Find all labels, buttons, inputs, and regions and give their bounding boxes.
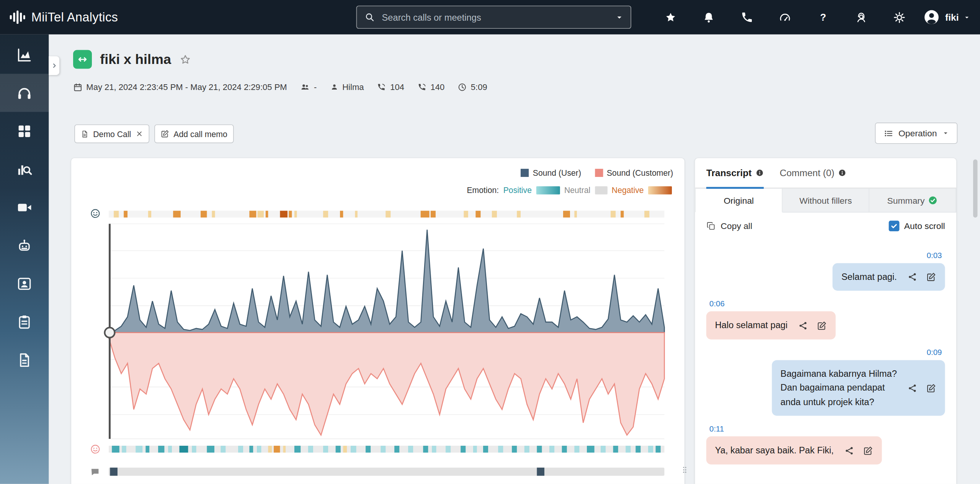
operation-dropdown-button[interactable]: Operation — [875, 123, 957, 144]
support-button[interactable] — [842, 0, 880, 34]
emotion-segment — [280, 211, 287, 217]
page-scrollbar[interactable] — [973, 159, 977, 217]
share-message-button[interactable] — [798, 320, 808, 330]
emotion-segment — [148, 211, 151, 217]
share-message-button[interactable] — [908, 272, 918, 282]
call-duration: 5:09 — [471, 82, 487, 92]
notifications-button[interactable] — [689, 0, 728, 34]
emotion-segment — [289, 211, 292, 217]
sidebar-item-meetings[interactable] — [0, 188, 49, 226]
sidebar-item-contacts[interactable] — [0, 265, 49, 303]
message-bubble[interactable]: Halo selamat pagi — [706, 312, 836, 340]
user-sound-area — [109, 230, 664, 333]
user-emotion-timeline[interactable] — [109, 211, 664, 217]
playhead-handle[interactable] — [105, 328, 114, 338]
sidebar-item-documents[interactable] — [0, 341, 49, 379]
global-search[interactable] — [356, 6, 631, 29]
emotion-segment — [524, 446, 529, 453]
subtab-without-fillers[interactable]: Without fillers — [782, 188, 869, 213]
contact-card-icon — [16, 275, 32, 291]
search-caret-icon[interactable] — [616, 13, 623, 21]
message-timestamp[interactable]: 0:09 — [927, 348, 942, 357]
transcript-info-icon[interactable] — [755, 169, 763, 177]
emotion-segment — [323, 211, 328, 217]
page-header: fiki x hilma — [73, 50, 191, 69]
tab-comment[interactable]: Comment (0) — [780, 158, 846, 188]
emotion-segment — [249, 211, 256, 217]
edit-message-button[interactable] — [863, 445, 873, 455]
message-timestamp[interactable]: 0:11 — [709, 425, 724, 433]
brand[interactable]: MiiTel Analytics — [0, 9, 178, 26]
emotion-segment — [517, 211, 521, 217]
sidebar-item-reports[interactable] — [0, 302, 49, 341]
message-timestamp[interactable]: 0:06 — [709, 300, 725, 309]
search-input[interactable] — [381, 11, 616, 23]
emotion-segment — [308, 446, 313, 453]
emotion-segment — [655, 446, 660, 453]
favorite-star-button[interactable] — [179, 54, 191, 65]
subtab-original[interactable]: Original — [695, 188, 783, 213]
sidebar-item-calls[interactable] — [0, 74, 49, 112]
message-timestamp[interactable]: 0:03 — [927, 251, 942, 260]
add-call-memo-button[interactable]: Add call memo — [154, 124, 234, 143]
transcript-messages: 0:03Selamat pagi.0:06Halo selamat pagi0:… — [695, 239, 956, 464]
timeline-marker[interactable] — [110, 468, 118, 476]
audio-waveform-chart[interactable] — [109, 224, 664, 439]
sidebar-item-voicebot[interactable] — [0, 226, 49, 265]
dashboard-button[interactable] — [766, 0, 804, 34]
timeline-marker[interactable] — [537, 468, 545, 476]
emotion-segment — [283, 446, 286, 453]
user-caret-icon — [964, 14, 970, 20]
sidebar-item-call-analysis[interactable] — [0, 150, 49, 188]
edit-message-button[interactable] — [926, 272, 936, 282]
edit-message-button[interactable] — [926, 383, 936, 393]
comment-info-icon[interactable] — [838, 169, 846, 177]
emotion-segment — [446, 446, 451, 453]
emotion-segment — [274, 446, 280, 453]
edit-message-button[interactable] — [817, 320, 827, 330]
emotion-segment — [613, 446, 618, 453]
subtab-summary[interactable]: Summary — [869, 188, 956, 213]
message-bubble[interactable]: Bagaimana kabarnya Hilma? Dan bagaimana … — [772, 360, 945, 416]
resize-grip-icon[interactable] — [681, 464, 689, 475]
two-way-call-icon — [77, 54, 88, 65]
message-bubble[interactable]: Ya, kabar saya baik. Pak Fiki, — [706, 437, 882, 464]
favorites-button[interactable] — [652, 0, 690, 34]
emotion-segment — [340, 211, 343, 217]
customer-emotion-timeline[interactable] — [109, 446, 664, 453]
sidebar-item-analytics[interactable] — [0, 36, 49, 74]
share-message-button[interactable] — [908, 383, 918, 393]
keyword-timeline[interactable] — [109, 468, 664, 476]
sidebar-expand-button[interactable] — [49, 56, 59, 75]
copy-all-button[interactable]: Copy all — [706, 221, 752, 231]
emotion-segment — [238, 446, 243, 453]
help-button[interactable]: ? — [804, 0, 842, 34]
transcript-message: 0:09Bagaimana kabarnya Hilma? Dan bagaim… — [706, 347, 945, 416]
video-icon — [16, 199, 32, 215]
auto-scroll-checkbox[interactable] — [889, 221, 899, 231]
emotion-segment — [268, 446, 272, 453]
emotion-segment — [563, 211, 570, 217]
tab-transcript[interactable]: Transcript — [706, 158, 763, 188]
share-message-button[interactable] — [844, 445, 854, 455]
phone-icon — [740, 11, 753, 24]
file-icon — [16, 352, 32, 368]
user-menu[interactable]: fiki — [918, 9, 980, 26]
emotion-segment — [423, 446, 428, 453]
remove-tag-icon[interactable] — [136, 130, 143, 138]
emotion-segment — [136, 446, 143, 453]
tag-demo-call[interactable]: Demo Call — [74, 124, 149, 143]
emotion-segment — [294, 446, 301, 453]
emotion-segment — [192, 446, 196, 453]
message-bubble[interactable]: Selamat pagi. — [833, 263, 945, 291]
emotion-segment — [420, 211, 429, 217]
emotion-segment — [601, 446, 606, 453]
emotion-segment — [335, 446, 340, 453]
negative-swatch — [648, 186, 672, 195]
sidebar-item-dashboard-grid[interactable] — [0, 112, 49, 150]
phone-button[interactable] — [728, 0, 766, 34]
message-text: Bagaimana kabarnya Hilma? Dan bagaimana … — [781, 367, 897, 409]
customer-talk-count: 140 — [430, 82, 444, 92]
settings-button[interactable] — [880, 0, 918, 34]
positive-swatch — [536, 186, 560, 195]
